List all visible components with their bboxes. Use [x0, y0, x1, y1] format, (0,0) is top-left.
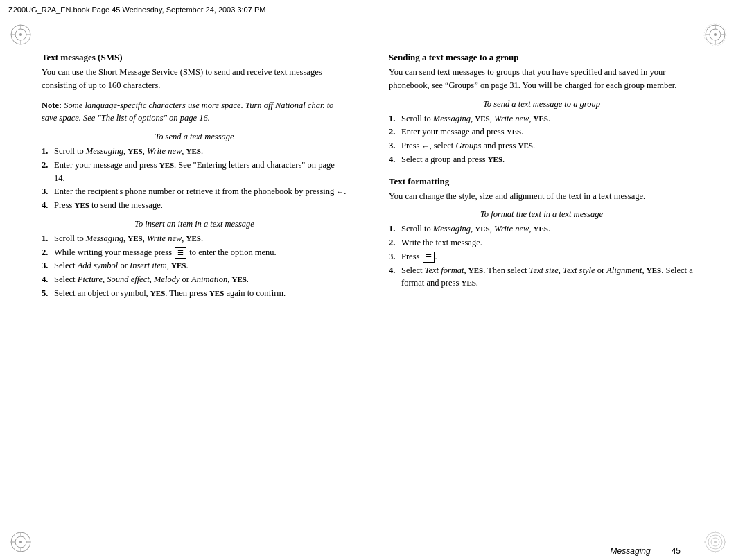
page: Z200UG_R2A_EN.book Page 45 Wednesday, Se… — [0, 0, 736, 560]
list-item: 4. Press YES to send the message. — [42, 199, 347, 212]
send-group-subtitle: To send a text message to a group — [389, 99, 694, 110]
formatting-section: Text formatting You can change the style… — [389, 176, 694, 290]
footer-section: Messaging — [611, 546, 651, 556]
footer: Messaging 45 — [0, 541, 736, 560]
sms-note: Note: Some language-specific characters … — [42, 99, 347, 125]
formatting-title: Text formatting — [389, 176, 694, 187]
corner-decoration-tr — [703, 22, 728, 47]
phone-connector-icon: ← — [336, 186, 344, 198]
list-item: 1. Scroll to Messaging, YES, Write new, … — [42, 145, 347, 158]
list-item: 3. Enter the recipient's phone number or… — [42, 185, 347, 198]
format-text-list: 1. Scroll to Messaging, YES, Write new, … — [389, 222, 694, 290]
main-content: Text messages (SMS) You can use the Shor… — [42, 52, 694, 525]
list-item: 3. Select Add symbol or Insert item, YES… — [42, 259, 347, 272]
sms-body: You can use the Short Message Service (S… — [42, 66, 347, 92]
svg-point-2 — [19, 33, 22, 36]
list-item: 4. Select Text format, YES. Then select … — [389, 264, 694, 290]
header-bar: Z200UG_R2A_EN.book Page 45 Wednesday, Se… — [0, 0, 736, 19]
right-column: Sending a text message to a group You ca… — [382, 52, 694, 525]
list-item: 4. Select a group and press YES. — [389, 153, 694, 166]
formatting-body: You can change the style, size and align… — [389, 190, 694, 203]
send-text-subtitle: To send a text message — [42, 132, 347, 142]
corner-decoration-tl — [8, 22, 33, 47]
svg-point-9 — [714, 33, 717, 36]
list-item: 5. Select an object or symbol, YES. Then… — [42, 287, 347, 300]
sms-section: Text messages (SMS) You can use the Shor… — [42, 52, 347, 300]
list-item: 1. Scroll to Messaging, YES, Write new, … — [389, 112, 694, 125]
menu-button-icon-2: ☰ — [423, 252, 435, 263]
insert-item-list: 1. Scroll to Messaging, YES, Write new, … — [42, 232, 347, 300]
insert-item-subtitle: To insert an item in a text message — [42, 219, 347, 229]
menu-button-icon: ☰ — [175, 247, 186, 259]
sms-title: Text messages (SMS) — [42, 52, 347, 63]
format-text-subtitle: To format the text in a text message — [389, 209, 694, 220]
group-section: Sending a text message to a group You ca… — [389, 52, 694, 166]
group-body: You can send text messages to groups tha… — [389, 66, 694, 92]
list-item: 2. Write the text message. — [389, 236, 694, 250]
group-title: Sending a text message to a group — [389, 52, 694, 63]
list-item: 1. Scroll to Messaging, YES, Write new, … — [389, 222, 694, 236]
list-item: 2. Enter your message and press YES. See… — [42, 159, 347, 185]
send-text-list: 1. Scroll to Messaging, YES, Write new, … — [42, 145, 347, 212]
footer-page: 45 — [672, 546, 681, 556]
left-column: Text messages (SMS) You can use the Shor… — [42, 52, 354, 525]
list-item: 2. While writing your message press ☰ to… — [42, 246, 347, 259]
list-item: 1. Scroll to Messaging, YES, Write new, … — [42, 232, 347, 245]
list-item: 3. Press ←, select Groups and press YES. — [389, 139, 694, 152]
list-item: 2. Enter your message and press YES. — [389, 125, 694, 139]
list-item: 3. Press ☰. — [389, 250, 694, 263]
note-label: Note: — [42, 100, 62, 110]
phone-connector-icon-2: ← — [422, 141, 430, 152]
send-group-list: 1. Scroll to Messaging, YES, Write new, … — [389, 112, 694, 166]
list-item: 4. Select Picture, Sound effect, Melody … — [42, 273, 347, 286]
note-body: Some language-specific characters use mo… — [42, 100, 333, 123]
header-text: Z200UG_R2A_EN.book Page 45 Wednesday, Se… — [8, 6, 265, 14]
